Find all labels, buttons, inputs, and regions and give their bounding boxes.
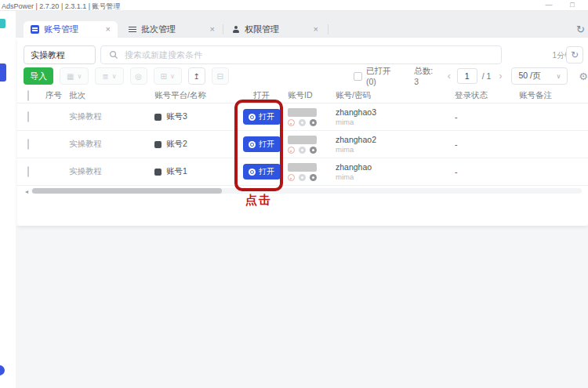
page-total-label: / 1	[482, 71, 492, 81]
open-button-label: 打开	[259, 166, 274, 177]
total-count-label: 总数: 3	[414, 66, 440, 86]
content-background	[16, 226, 588, 388]
open-button[interactable]: 打开	[243, 164, 281, 179]
list-icon: ≣	[102, 72, 108, 81]
table-row: 实操教程 账号1 打开 zhanghao	[17, 158, 588, 186]
circle-icon: ◎	[135, 72, 142, 81]
grid-icon: ▦	[67, 72, 74, 81]
next-page-icon[interactable]: ›	[499, 71, 502, 82]
indicator-icon-profile	[288, 119, 295, 126]
prev-page-icon[interactable]: ‹	[448, 71, 451, 82]
opened-filter-checkbox[interactable]	[354, 72, 362, 81]
opened-count-label: 已打开 (0)	[366, 66, 403, 86]
account-panel: 1分钟前 ↻ 导入 ▦ ∨ ≣ ∨ ◎ ⊞ ∨ ↥ ⊟ 已打开 (0) 总数: …	[17, 38, 588, 226]
horizontal-scrollbar[interactable]	[31, 188, 582, 194]
open-button-label: 打开	[259, 139, 274, 150]
click-annotation-label: 点击	[234, 193, 283, 208]
account-tab-icon	[31, 25, 39, 34]
close-group-button[interactable]: ⊞ ∨	[154, 67, 182, 85]
left-edge-blue-fragment	[0, 63, 6, 82]
header-account-id: 账号ID	[288, 90, 333, 101]
minimize-icon[interactable]: —	[541, 0, 557, 10]
chevron-down-icon: ∨	[557, 73, 561, 80]
delete-button[interactable]: ⊟	[212, 67, 229, 85]
redacted-account-id	[288, 108, 317, 117]
indicator-icon-status	[310, 119, 317, 126]
left-edge-teal-fragment	[0, 19, 5, 28]
account-cell: zhanghao	[336, 162, 452, 172]
page-number-input[interactable]	[457, 68, 477, 84]
close-icon[interactable]: ×	[210, 25, 215, 34]
refresh-list-button[interactable]: ↻	[566, 46, 583, 63]
search-input[interactable]	[125, 50, 493, 60]
list-actions-button[interactable]: ≣ ∨	[95, 67, 123, 85]
platform-icon	[154, 141, 162, 148]
redacted-account-id	[288, 136, 317, 144]
account-cell: zhanghao3	[336, 107, 452, 118]
select-all-checkbox[interactable]	[27, 90, 29, 101]
open-button[interactable]: 打开	[243, 136, 281, 152]
open-group-button[interactable]: ▦ ∨	[60, 67, 89, 85]
tab-label: 权限管理	[245, 24, 307, 35]
page-size-value: 50 /页	[518, 71, 540, 82]
batch-cell: 实操教程	[69, 139, 154, 150]
tab-label: 批次管理	[141, 24, 204, 35]
batch-filter-select[interactable]	[24, 45, 96, 64]
batch-cell: 实操教程	[69, 111, 154, 122]
refresh-tabs-icon[interactable]: ↻	[576, 24, 585, 35]
open-button[interactable]: 打开	[243, 109, 281, 125]
table-row: 实操教程 账号2 打开 zhanghao2	[17, 131, 588, 158]
header-account-remark: 账号备注	[519, 90, 588, 101]
redacted-account-id	[288, 163, 317, 172]
platform-name-cell: 账号2	[166, 139, 187, 150]
indicator-icon-profile	[288, 174, 295, 181]
left-edge-circle-fragment	[0, 365, 5, 375]
indicator-icon-proxy	[299, 147, 306, 154]
indicator-icon-status	[310, 174, 317, 181]
search-icon	[109, 50, 118, 60]
chevron-down-icon: ∨	[77, 73, 82, 80]
tab-permission-management[interactable]: 权限管理 ×	[225, 21, 325, 38]
batch-tab-icon	[129, 26, 136, 34]
import-button[interactable]: 导入	[24, 67, 53, 85]
table-body: 实操教程 账号3 打开 zhanghao3	[17, 103, 588, 186]
permission-tab-icon	[232, 26, 240, 34]
scroll-left-icon[interactable]: ◂	[25, 188, 28, 195]
login-status-cell: -	[452, 167, 519, 176]
window-icon: ⊞	[161, 72, 167, 81]
platform-name-cell: 账号1	[166, 166, 187, 177]
password-cell: mima	[336, 145, 452, 154]
chevron-down-icon: ∨	[170, 73, 175, 80]
sync-button[interactable]: ◎	[130, 67, 147, 85]
pagination-bar: 已打开 (0) 总数: 3 ‹ / 1 › 50 /页 ∨ ⚙	[354, 67, 588, 85]
gear-icon[interactable]: ⚙	[579, 71, 588, 82]
indicator-icon-status	[310, 147, 317, 154]
password-cell: mima	[336, 118, 452, 126]
platform-icon	[154, 169, 162, 176]
tab-divider	[328, 24, 328, 34]
titlebar: AdsPower | 2.7.20 | 2.3.1.1 | 账号管理 — □	[0, 0, 588, 11]
search-box	[100, 45, 502, 64]
page-size-select[interactable]: 50 /页 ∨	[511, 67, 568, 85]
scrollbar-thumb[interactable]	[32, 188, 222, 194]
close-icon[interactable]: ×	[106, 25, 111, 34]
header-batch: 批次	[69, 90, 154, 101]
header-account-password: 账号/密码	[333, 90, 452, 101]
chevron-down-icon: ∨	[112, 73, 117, 80]
header-serial: 序号	[45, 90, 69, 101]
tab-batch-management[interactable]: 批次管理 ×	[122, 21, 222, 38]
row-checkbox[interactable]	[27, 166, 29, 177]
row-checkbox[interactable]	[27, 139, 29, 150]
tab-account-management[interactable]: 账号管理 ×	[24, 21, 118, 38]
export-button[interactable]: ↥	[188, 67, 205, 85]
row-checkbox[interactable]	[27, 111, 29, 122]
header-login-status: 登录状态	[452, 90, 519, 101]
maximize-icon[interactable]: □	[564, 0, 580, 10]
account-cell: zhanghao2	[336, 135, 452, 145]
header-platform-name: 账号平台/名称	[154, 90, 235, 101]
trash-icon: ⊟	[217, 72, 223, 81]
indicator-icon-proxy	[299, 119, 306, 126]
close-icon[interactable]: ×	[314, 25, 318, 34]
password-cell: mima	[336, 172, 452, 181]
tab-label: 账号管理	[44, 24, 100, 35]
